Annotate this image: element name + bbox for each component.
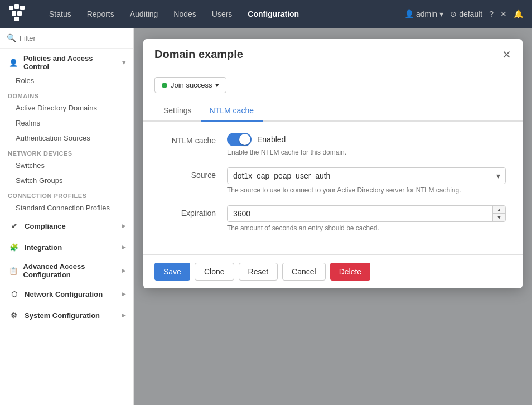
nav-users[interactable]: Users	[205, 6, 239, 22]
svg-rect-2	[20, 6, 25, 10]
tab-settings[interactable]: Settings	[154, 100, 201, 122]
sidebar-section-policies[interactable]: 👤 Policies and Access Control ▾	[0, 49, 133, 73]
top-navigation: Status Reports Auditing Nodes Users Conf…	[0, 0, 532, 28]
join-success-dot	[162, 83, 167, 88]
compliance-chevron-icon: ▸	[122, 222, 125, 230]
nav-tools[interactable]: ✕	[500, 9, 507, 18]
sidebar-item-active-directory[interactable]: Active Directory Domains	[0, 100, 133, 115]
modal-title: Domain example	[154, 48, 243, 61]
ntlm-toggle-label: Enabled	[257, 135, 286, 144]
expiration-spinners: ▲ ▼	[492, 206, 505, 221]
advanced-access-chevron-icon: ▸	[122, 267, 125, 274]
svg-rect-0	[9, 6, 13, 10]
compliance-icon: ✔	[8, 220, 20, 232]
expiration-input[interactable]	[228, 206, 492, 221]
sidebar-item-auth-sources[interactable]: Authentication Sources	[0, 131, 133, 146]
nav-auditing[interactable]: Auditing	[123, 6, 165, 22]
ntlm-cache-label: NTLM cache	[160, 133, 227, 156]
ntlm-cache-row: NTLM cache Enabled Enable the NTLM cache…	[160, 133, 506, 156]
network-icon: ⊙	[450, 9, 457, 18]
expiration-number-wrap: ▲ ▼	[227, 205, 506, 222]
domain-modal: Domain example ✕ Join success ▾ Settings…	[143, 39, 523, 288]
join-success-chevron-icon: ▾	[215, 81, 219, 89]
sidebar-item-standard-connection[interactable]: Standard Connection Profiles	[0, 200, 133, 215]
nav-status[interactable]: Status	[42, 6, 78, 22]
toggle-knob	[239, 134, 250, 145]
admin-chevron-icon: ▾	[439, 9, 443, 18]
nav-notifications[interactable]: 🔔	[514, 9, 523, 18]
expiration-control: ▲ ▼ The amount of seconds an entry shoul…	[227, 205, 506, 232]
main-content: Domain example ✕ Join success ▾ Settings…	[134, 28, 532, 405]
join-success-label: Join success	[171, 81, 212, 89]
clone-button[interactable]: Clone	[195, 263, 234, 281]
modal-subheader: Join success ▾	[143, 70, 523, 100]
modal-tabs: Settings NTLM cache	[143, 100, 523, 122]
source-control: dot1x_eap_peap_user_auth The source to u…	[227, 167, 506, 194]
nav-reports[interactable]: Reports	[80, 6, 121, 22]
nav-configuration[interactable]: Configuration	[241, 6, 306, 22]
integration-icon: 🧩	[8, 241, 20, 253]
sidebar-section-advanced-access[interactable]: 📋 Advanced Access Configuration ▸	[0, 258, 133, 283]
sidebar-section-network-config[interactable]: ⬡ Network Configuration ▸	[0, 283, 133, 305]
source-hint: The source to use to connect to your Act…	[227, 186, 506, 194]
ntlm-cache-hint: Enable the NTLM cache for this domain.	[227, 148, 506, 156]
policies-icon: 👤	[8, 57, 19, 68]
integration-chevron-icon: ▸	[122, 243, 125, 251]
sidebar-category-network-devices: Network Devices	[0, 146, 133, 158]
nav-help[interactable]: ?	[489, 9, 494, 18]
source-select[interactable]: dot1x_eap_peap_user_auth	[227, 167, 506, 184]
modal-footer: Save Clone Reset Cancel Delete	[143, 254, 523, 288]
sidebar-filter-input[interactable]	[20, 34, 127, 42]
svg-rect-3	[12, 11, 16, 16]
sidebar-section-system-config[interactable]: ⚙ System Configuration ▸	[0, 305, 133, 326]
nav-right: 👤 admin ▾ ⊙ default ? ✕ 🔔	[404, 9, 523, 18]
tab-ntlm-cache[interactable]: NTLM cache	[201, 100, 263, 122]
delete-button[interactable]: Delete	[330, 263, 370, 281]
expiration-increment[interactable]: ▲	[493, 206, 505, 214]
network-config-chevron-icon: ▸	[122, 290, 125, 298]
sidebar-section-integration[interactable]: 🧩 Integration ▸	[0, 237, 133, 258]
help-icon: ?	[489, 9, 494, 18]
reset-button[interactable]: Reset	[239, 263, 278, 281]
join-success-button[interactable]: Join success ▾	[154, 77, 226, 93]
cancel-button[interactable]: Cancel	[282, 263, 326, 281]
sidebar-item-switches[interactable]: Switches	[0, 158, 133, 173]
expiration-row: Expiration ▲ ▼ The amount of seconds an …	[160, 205, 506, 232]
expiration-hint: The amount of seconds an entry should be…	[227, 224, 506, 232]
svg-rect-4	[17, 11, 22, 16]
tools-icon: ✕	[500, 9, 507, 18]
sidebar-section-compliance[interactable]: ✔ Compliance ▸	[0, 215, 133, 237]
modal-body: NTLM cache Enabled Enable the NTLM cache…	[143, 122, 523, 254]
source-label: Source	[160, 167, 227, 194]
sidebar: 🔍 👤 Policies and Access Control ▾ Roles …	[0, 28, 134, 405]
sidebar-item-roles[interactable]: Roles	[0, 73, 133, 88]
modal-close-button[interactable]: ✕	[502, 49, 511, 60]
svg-rect-1	[14, 4, 19, 9]
modal-header: Domain example ✕	[143, 39, 523, 70]
nav-admin[interactable]: 👤 admin ▾	[404, 9, 443, 18]
save-button[interactable]: Save	[154, 263, 190, 281]
svg-rect-5	[14, 17, 19, 21]
sidebar-item-realms[interactable]: Realms	[0, 115, 133, 131]
sidebar-search-bar[interactable]: 🔍	[0, 28, 133, 49]
sidebar-category-connection-profiles: Connection Profiles	[0, 188, 133, 200]
expiration-decrement[interactable]: ▼	[493, 214, 505, 221]
user-icon: 👤	[404, 9, 414, 18]
app-logo	[9, 4, 31, 23]
nav-nodes[interactable]: Nodes	[167, 6, 202, 22]
network-config-icon: ⬡	[8, 288, 20, 300]
policies-chevron-icon: ▾	[122, 59, 125, 66]
bell-icon: 🔔	[514, 9, 523, 18]
search-icon: 🔍	[7, 33, 16, 42]
source-row: Source dot1x_eap_peap_user_auth The sour…	[160, 167, 506, 194]
expiration-label: Expiration	[160, 205, 227, 232]
advanced-access-icon: 📋	[8, 264, 19, 277]
nav-network[interactable]: ⊙ default	[450, 9, 482, 18]
modal-overlay: Domain example ✕ Join success ▾ Settings…	[134, 28, 532, 405]
nav-links: Status Reports Auditing Nodes Users Conf…	[42, 6, 404, 22]
system-config-chevron-icon: ▸	[122, 311, 125, 319]
system-config-icon: ⚙	[8, 309, 20, 321]
ntlm-cache-toggle[interactable]	[227, 133, 252, 146]
sidebar-item-switch-groups[interactable]: Switch Groups	[0, 173, 133, 188]
source-select-wrap: dot1x_eap_peap_user_auth	[227, 167, 506, 184]
